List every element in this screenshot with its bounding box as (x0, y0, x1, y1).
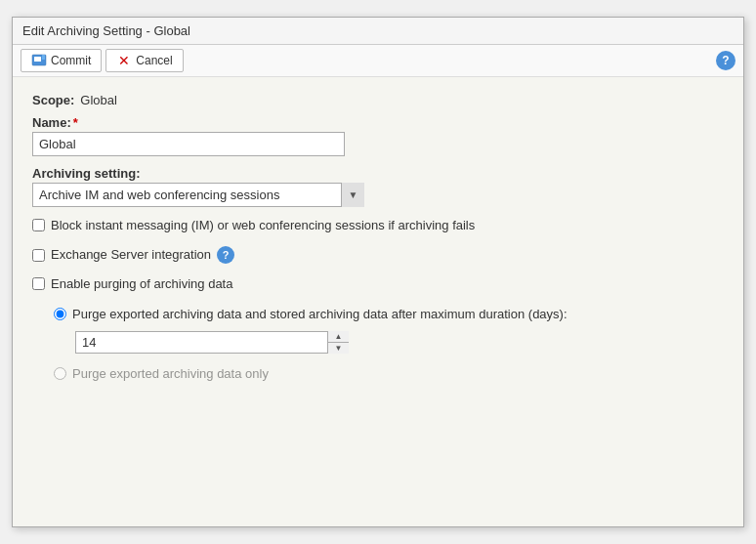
scope-row: Scope: Global (32, 93, 724, 107)
enable-purging-checkbox[interactable] (32, 277, 45, 290)
svg-rect-1 (34, 57, 41, 62)
required-marker: * (73, 115, 78, 130)
commit-icon (31, 53, 47, 68)
purge-exported-only-row: Purge exported archiving data only (54, 365, 724, 383)
archiving-setting-label: Archiving setting: (32, 166, 724, 181)
archiving-select-wrapper: Archive IM and web conferencing sessions… (32, 183, 364, 207)
purge-exported-stored-label: Purge exported archiving data and stored… (72, 306, 567, 323)
name-field-row: Name:* (32, 115, 724, 156)
svg-rect-2 (42, 55, 45, 60)
help-icon: ? (722, 54, 729, 67)
dialog-title: Edit Archiving Setting - Global (22, 23, 190, 38)
spinbox-down-button[interactable]: ▼ (328, 343, 349, 354)
main-dialog: Edit Archiving Setting - Global Commit ✕… (12, 17, 744, 527)
commit-button[interactable]: Commit (21, 49, 102, 72)
purge-both-radio[interactable] (54, 308, 66, 320)
purge-exported-only-radio[interactable] (54, 367, 66, 380)
spinbox-buttons: ▲ ▼ (327, 331, 349, 354)
exchange-row: Exchange Server integration ? (32, 246, 724, 264)
purge-section: Purge exported archiving data and stored… (54, 306, 724, 383)
toolbar-help-button[interactable]: ? (716, 51, 735, 70)
exchange-checkbox[interactable] (32, 249, 45, 262)
cancel-label: Cancel (136, 54, 172, 67)
exchange-label: Exchange Server integration (51, 246, 211, 264)
enable-purging-label: Enable purging of archiving data (51, 275, 232, 293)
commit-label: Commit (51, 54, 91, 67)
toolbar: Commit ✕ Cancel ? (13, 45, 743, 77)
dialog-body: Scope: Global Name:* Archiving setting: … (13, 77, 743, 526)
exchange-help-button[interactable]: ? (217, 246, 234, 264)
block-im-label: Block instant messaging (IM) or web conf… (51, 217, 475, 234)
scope-value: Global (80, 93, 117, 107)
purge-days-input[interactable] (75, 331, 349, 354)
name-input[interactable] (32, 132, 345, 156)
spinbox-up-button[interactable]: ▲ (328, 331, 349, 343)
block-im-checkbox[interactable] (32, 219, 45, 231)
purge-days-wrapper: ▲ ▼ (75, 331, 349, 354)
cancel-icon: ✕ (116, 53, 132, 68)
name-label: Name:* (32, 115, 724, 130)
purge-exported-stored-row: Purge exported archiving data and stored… (54, 306, 724, 323)
cancel-button[interactable]: ✕ Cancel (105, 49, 183, 72)
block-im-row: Block instant messaging (IM) or web conf… (32, 217, 724, 234)
dialog-title-bar: Edit Archiving Setting - Global (13, 18, 743, 45)
purge-exported-only-label: Purge exported archiving data only (72, 365, 269, 383)
enable-purging-row: Enable purging of archiving data (32, 275, 724, 293)
archiving-setting-row: Archiving setting: Archive IM and web co… (32, 166, 724, 207)
archiving-select[interactable]: Archive IM and web conferencing sessions… (32, 183, 364, 207)
scope-label: Scope: (32, 93, 74, 107)
